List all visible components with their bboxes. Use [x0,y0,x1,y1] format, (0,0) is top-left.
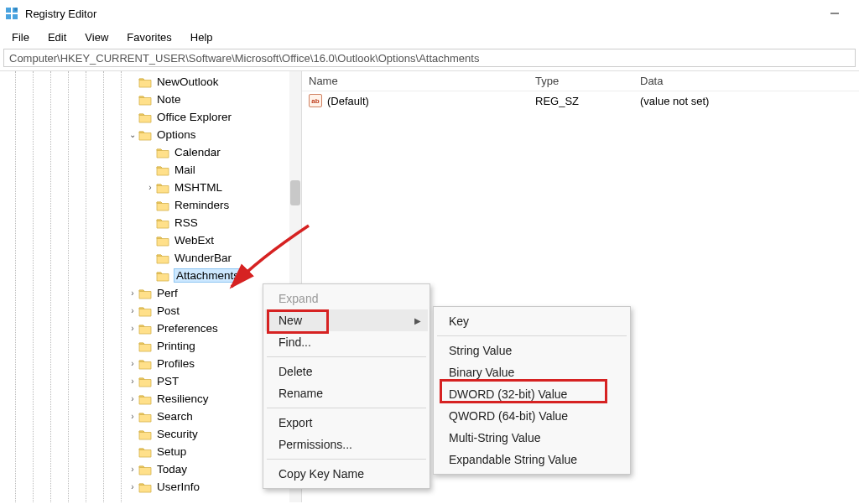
column-name[interactable]: Name [302,75,528,87]
tree-item-label: NewOutlook [157,75,219,88]
chevron-right-icon[interactable]: › [127,359,138,368]
tree-item-resiliency[interactable]: ›Resiliency [0,390,301,408]
chevron-right-icon[interactable]: › [127,412,138,421]
tree-item-label: Resiliency [157,392,209,405]
menu-edit[interactable]: Edit [39,29,75,45]
cm-find[interactable]: Find... [265,331,428,353]
tree-item-mail[interactable]: Mail [0,161,301,179]
tree-item-today[interactable]: ›Today [0,460,301,478]
tree-item-options[interactable]: ⌄Options [0,126,301,143]
chevron-right-icon[interactable]: › [127,465,138,474]
tree-item-label: Preferences [157,322,218,335]
tree-item-preferences[interactable]: ›Preferences [0,320,301,337]
tree-item-search[interactable]: ›Search [0,408,301,425]
chevron-right-icon[interactable]: › [127,288,138,298]
tree-item-reminders[interactable]: Reminders [0,196,301,214]
tree-item-label: Calendar [174,146,221,158]
tree-item-rss[interactable]: RSS [0,214,301,231]
chevron-right-icon[interactable]: › [127,324,138,333]
cm-separator [267,459,426,460]
chevron-right-icon[interactable]: › [144,183,156,192]
tree-item-label: Options [157,128,196,141]
tree-item-label: PST [157,375,179,387]
cm-separator [267,408,426,408]
tree-item-label: UserInfo [157,481,200,493]
tree-item-label: Setup [157,445,186,458]
tree-item-label: Today [157,463,187,475]
values-header: Name Type Data [302,71,859,91]
value-row-default[interactable]: ab (Default) REG_SZ (value not set) [302,91,859,110]
cm-delete[interactable]: Delete [265,361,428,382]
tree-item-label: Reminders [174,199,229,211]
cm-export[interactable]: Export [265,412,428,434]
tree-item-printing[interactable]: Printing [0,337,301,355]
menu-file[interactable]: File [3,29,38,45]
folder-icon [138,375,154,388]
tree-item-note[interactable]: Note [0,91,301,108]
folder-icon [156,234,171,247]
column-data[interactable]: Data [633,75,859,87]
cm-new-string[interactable]: String Value [435,340,628,361]
svg-rect-2 [6,14,11,19]
tree-item-label: Profiles [157,357,195,370]
tree-item-post[interactable]: ›Post [0,302,301,320]
cm-new-qword[interactable]: QWORD (64-bit) Value [435,405,628,427]
chevron-down-icon[interactable]: ⌄ [127,130,138,139]
cm-new-binary[interactable]: Binary Value [435,361,628,383]
menu-help[interactable]: Help [182,29,221,45]
menu-view[interactable]: View [76,29,117,45]
folder-icon [138,75,154,89]
chevron-right-icon[interactable]: › [127,482,138,491]
tree-item-calendar[interactable]: Calendar [0,143,301,161]
menu-favorites[interactable]: Favorites [118,29,180,45]
column-type[interactable]: Type [528,75,633,87]
cm-new-key[interactable]: Key [435,310,628,332]
folder-icon [138,93,154,107]
cm-separator [267,356,426,357]
cm-separator [437,335,627,336]
tree-item-setup[interactable]: Setup [0,443,301,460]
cm-copy-key-name[interactable]: Copy Key Name [265,463,428,485]
address-bar[interactable]: Computer\HKEY_CURRENT_USER\Software\Micr… [3,49,856,67]
folder-icon [138,410,154,423]
context-menu: Expand New ▶ Find... Delete Rename Expor… [263,283,430,489]
value-type: REG_SZ [528,95,633,107]
tree-item-newoutlook[interactable]: NewOutlook [0,73,301,91]
chevron-right-icon: ▶ [414,316,421,325]
minimize-button[interactable] [815,0,854,27]
svg-rect-0 [6,8,11,13]
tree-item-attachments[interactable]: Attachments [0,267,301,284]
cm-permissions[interactable]: Permissions... [265,434,428,455]
folder-icon [138,340,154,353]
folder-icon [138,128,154,142]
menu-bar: File Edit View Favorites Help [0,27,859,47]
cm-new-expandable-string[interactable]: Expandable String Value [435,449,628,470]
tree-pane: NewOutlookNoteOffice Explorer⌄OptionsCal… [0,71,302,502]
value-name: (Default) [327,95,369,107]
tree-item-profiles[interactable]: ›Profiles [0,355,301,372]
string-value-icon: ab [309,94,322,107]
tree-item-mshtml[interactable]: ›MSHTML [0,179,301,196]
folder-icon [156,252,171,265]
tree-item-pst[interactable]: ›PST [0,372,301,390]
cm-new-dword[interactable]: DWORD (32-bit) Value [435,383,628,405]
tree-item-security[interactable]: Security [0,425,301,443]
tree-item-label: Note [157,93,181,106]
context-submenu-new: Key String Value Binary Value DWORD (32-… [433,306,631,475]
tree-item-webext[interactable]: WebExt [0,231,301,249]
tree-item-office-explorer[interactable]: Office Explorer [0,108,301,126]
folder-icon [156,164,171,177]
tree-item-wunderbar[interactable]: WunderBar [0,249,301,267]
tree-item-userinfo[interactable]: ›UserInfo [0,478,301,496]
folder-icon [138,392,154,406]
tree-item-label: Search [157,410,193,423]
chevron-right-icon[interactable]: › [127,377,138,386]
folder-icon [156,181,171,195]
cm-new-multi-string[interactable]: Multi-String Value [435,427,628,449]
cm-new[interactable]: New ▶ [265,309,428,331]
chevron-right-icon[interactable]: › [127,394,138,403]
cm-rename[interactable]: Rename [265,382,428,404]
tree-item-perf[interactable]: ›Perf [0,284,301,302]
tree-scrollbar-thumb[interactable] [290,180,300,205]
chevron-right-icon[interactable]: › [127,306,138,315]
